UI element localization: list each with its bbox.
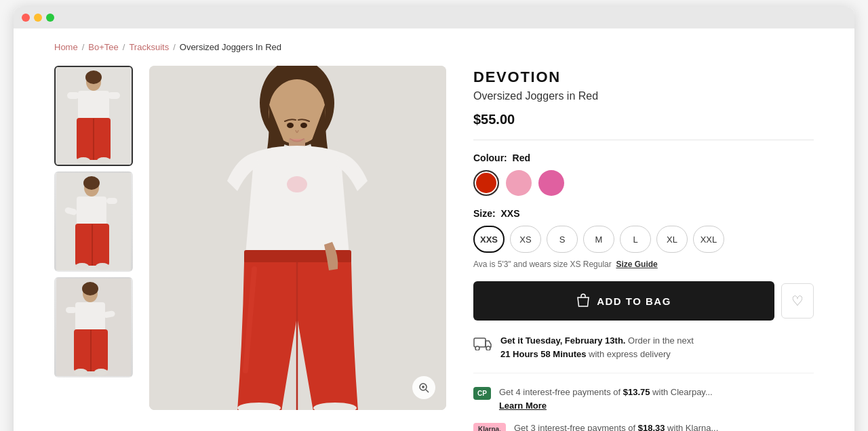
divider-1	[473, 140, 814, 140]
thumbnail-1-image	[56, 67, 131, 165]
clearpay-amount: $13.75	[623, 387, 650, 397]
svg-rect-25	[66, 307, 77, 313]
klarna-badge: Klarna.	[473, 423, 506, 431]
svg-point-2	[85, 70, 102, 84]
breadcrumb-sep-1: /	[82, 42, 85, 52]
delivery-truck-icon	[473, 335, 492, 354]
delivery-text: Get it Tuesday, February 13th. Order in …	[500, 334, 694, 361]
breadcrumb-home[interactable]: Home	[54, 42, 78, 52]
thumbnail-1[interactable]	[54, 66, 133, 166]
breadcrumb-botee[interactable]: Bo+Tee	[88, 42, 118, 52]
size-guide-link[interactable]: Size Guide	[616, 260, 657, 269]
svg-rect-3	[78, 91, 109, 119]
size-section: Size: XXS XXS XS S M L XL XXL Ava is 5'3…	[473, 208, 814, 269]
product-layout: DEVOTION Oversized Joggers in Red $55.00…	[54, 66, 814, 431]
klarna-intro: Get 3 interest-free payments of	[514, 423, 638, 431]
browser-chrome	[14, 7, 854, 28]
main-product-image	[149, 66, 446, 410]
color-swatch-pink-light[interactable]	[506, 170, 532, 196]
size-btn-xl[interactable]: XL	[656, 226, 688, 253]
thumbnail-column	[54, 66, 133, 377]
product-name: Oversized Joggers in Red	[473, 90, 814, 102]
browser-maximize-dot[interactable]	[46, 14, 54, 22]
breadcrumb-tracksuits[interactable]: Tracksuits	[129, 42, 169, 52]
wishlist-button[interactable]: ♡	[781, 283, 814, 319]
color-section: Colour: Red	[473, 152, 814, 196]
svg-point-29	[94, 369, 108, 375]
size-btn-xxl[interactable]: XXL	[693, 226, 724, 253]
svg-point-8	[77, 157, 90, 164]
color-swatch-pink[interactable]	[538, 170, 564, 196]
svg-point-22	[82, 282, 98, 295]
svg-rect-13	[77, 197, 106, 225]
thumbnail-2[interactable]	[54, 171, 133, 272]
delivery-section: Get it Tuesday, February 13th. Order in …	[473, 334, 814, 373]
breadcrumb: Home / Bo+Tee / Tracksuits / Oversized J…	[54, 42, 814, 52]
wishlist-icon: ♡	[791, 293, 804, 309]
klarna-amount: $18.33	[638, 423, 665, 431]
svg-point-46	[475, 346, 479, 350]
svg-point-47	[486, 346, 490, 350]
svg-rect-5	[108, 92, 120, 99]
brand-name: DEVOTION	[473, 68, 814, 86]
svg-point-40	[300, 123, 307, 128]
color-value: Red	[513, 152, 530, 163]
main-product-svg	[149, 66, 446, 410]
thumbnail-2-image	[56, 173, 131, 271]
clearpay-badge: CP	[473, 387, 491, 400]
browser-close-dot[interactable]	[22, 14, 30, 22]
thumbnail-3-image	[56, 279, 131, 377]
size-btn-m[interactable]: M	[583, 226, 614, 253]
truck-svg	[473, 335, 492, 350]
size-btn-l[interactable]: L	[620, 226, 651, 253]
browser-minimize-dot[interactable]	[34, 14, 42, 22]
size-btn-s[interactable]: S	[547, 226, 578, 253]
bag-icon	[576, 293, 590, 308]
browser-frame: Home / Bo+Tee / Tracksuits / Oversized J…	[14, 7, 854, 431]
page-content: Home / Bo+Tee / Tracksuits / Oversized J…	[14, 28, 854, 431]
zoom-button[interactable]	[412, 376, 435, 399]
clearpay-text: Get 4 interest-free payments of $13.75 w…	[499, 386, 713, 412]
clearpay-learn-more-link[interactable]: Learn More	[499, 401, 547, 411]
thumbnail-3[interactable]	[54, 277, 133, 377]
svg-line-42	[426, 390, 429, 392]
breadcrumb-sep-2: /	[123, 42, 125, 52]
svg-rect-45	[474, 338, 486, 347]
size-buttons: XXS XS S M L XL XXL	[473, 226, 814, 253]
breadcrumb-sep-3: /	[173, 42, 176, 52]
svg-point-28	[74, 369, 87, 375]
product-info: DEVOTION Oversized Joggers in Red $55.00…	[462, 66, 814, 431]
color-swatch-red[interactable]	[473, 170, 499, 196]
size-label-bold: Size:	[473, 208, 496, 219]
add-to-bag-button[interactable]: ADD TO BAG	[473, 281, 774, 321]
color-label: Colour: Red	[473, 152, 814, 163]
clearpay-intro: Get 4 interest-free payments of	[499, 387, 623, 397]
color-label-bold: Colour:	[473, 152, 507, 163]
size-btn-xxs[interactable]: XXS	[473, 226, 505, 253]
add-to-bag-row: ADD TO BAG ♡	[473, 281, 814, 321]
svg-rect-15	[106, 198, 117, 204]
klarna-provider: with Klarna...	[667, 423, 718, 431]
breadcrumb-current: Oversized Joggers In Red	[180, 42, 281, 52]
size-btn-xs[interactable]: XS	[510, 226, 541, 253]
svg-point-18	[75, 263, 89, 270]
color-swatches	[473, 170, 814, 196]
svg-rect-23	[75, 302, 105, 331]
svg-rect-4	[67, 92, 79, 99]
model-hint-text: Ava is 5'3" and wears size XS Regular	[473, 260, 612, 269]
clearpay-provider: with Clearpay...	[652, 387, 713, 397]
main-figure	[149, 66, 446, 410]
size-label: Size: XXS	[473, 208, 814, 219]
add-to-bag-label: ADD TO BAG	[597, 295, 671, 307]
svg-point-12	[83, 176, 100, 190]
size-hint: Ava is 5'3" and wears size XS Regular Si…	[473, 260, 814, 269]
svg-point-9	[97, 157, 111, 164]
klarna-section: Klarna. Get 3 interest-free payments of …	[473, 422, 814, 431]
svg-point-19	[96, 263, 109, 270]
zoom-icon	[418, 382, 429, 393]
klarna-text: Get 3 interest-free payments of $18.33 w…	[514, 422, 718, 431]
clearpay-section: CP Get 4 interest-free payments of $13.7…	[473, 386, 814, 412]
size-value: XXS	[500, 208, 519, 219]
svg-point-39	[287, 123, 294, 128]
svg-point-34	[287, 176, 307, 192]
